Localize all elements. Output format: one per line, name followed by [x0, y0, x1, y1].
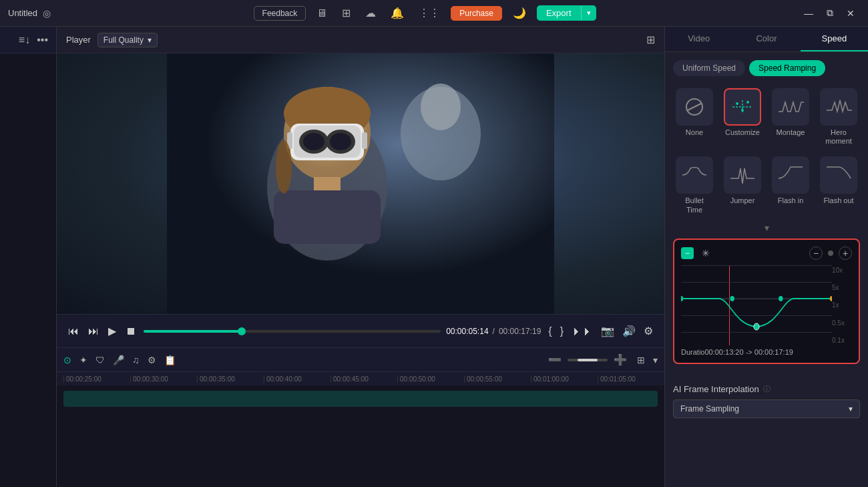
step-forward-button[interactable]: ⏭: [86, 325, 101, 337]
svg-rect-15: [274, 190, 381, 244]
zoom-in-button[interactable]: ➕: [612, 353, 629, 366]
preset-jumper-box: [724, 156, 761, 194]
layout-icon[interactable]: ⊞: [338, 5, 355, 21]
ai-info-icon[interactable]: ⓘ: [763, 384, 771, 394]
preset-flash-out[interactable]: Flash out: [817, 154, 860, 216]
ruler-mark: 00:01:00:00: [531, 375, 598, 383]
play-button[interactable]: ▶: [106, 325, 118, 337]
feedback-button[interactable]: Feedback: [254, 6, 306, 21]
tl-music-icon[interactable]: ♫: [132, 355, 140, 365]
speed-ramping-button[interactable]: Speed Ramping: [749, 60, 825, 76]
svg-point-2: [421, 84, 461, 130]
playback-controls: ⏮ ⏭ ▶ ⏹ 00:00:05:14 / 00:00:17:19: [57, 314, 664, 347]
title-status-icon: ◎: [43, 8, 51, 19]
tl-snap-icon[interactable]: ✦: [79, 355, 87, 365]
preset-montage[interactable]: Montage: [769, 86, 812, 148]
export-button[interactable]: Export: [537, 5, 581, 21]
scale-1x: 1x: [832, 301, 852, 309]
preset-bullet-box: [676, 156, 713, 194]
ruler-mark: 00:01:05:00: [598, 375, 664, 383]
tab-video[interactable]: Video: [665, 27, 732, 51]
scale-0.5x: 0.5x: [832, 319, 852, 327]
jumper-icon: [729, 165, 756, 185]
settings-button[interactable]: ⚙: [642, 325, 655, 337]
ruler-mark: 00:00:40:00: [264, 375, 331, 383]
minimize-button[interactable]: —: [799, 6, 819, 20]
main-layout: ≡↓ ••• Player Full Quality ▾ ⊞: [0, 27, 868, 487]
ruler-mark: 00:00:30:00: [130, 375, 197, 383]
image-icon[interactable]: ⊞: [646, 33, 655, 46]
ai-select-dropdown[interactable]: Frame Sampling ▾: [673, 399, 860, 418]
preset-bullet-time[interactable]: Bullet Time: [673, 154, 716, 216]
bell-icon[interactable]: 🔔: [387, 5, 408, 21]
preset-montage-box: [772, 88, 809, 126]
playback-speed-button[interactable]: ⏵⏵: [570, 325, 595, 337]
preset-none[interactable]: None: [673, 86, 716, 148]
curve-zoom-dot: [828, 251, 833, 256]
tl-playhead-icon[interactable]: ⊙: [63, 355, 71, 365]
preset-hero-moment[interactable]: Hero moment: [817, 86, 860, 148]
tl-mic-icon[interactable]: 🎤: [113, 355, 124, 365]
preset-jumper[interactable]: Jumper: [721, 154, 764, 216]
speed-mode-tabs: Uniform Speed Speed Ramping: [673, 60, 860, 76]
svg-point-10: [303, 133, 324, 150]
mark-out-button[interactable]: }: [558, 325, 566, 337]
curve-snowflake-btn[interactable]: ✳: [699, 247, 712, 260]
total-time: 00:00:17:19: [499, 327, 541, 336]
purchase-button[interactable]: Purchase: [451, 6, 502, 21]
export-dropdown-button[interactable]: ▾: [581, 6, 596, 20]
preset-flash-in-label: Flash in: [778, 196, 804, 204]
ruler-mark: 00:00:25:00: [63, 375, 130, 383]
quality-arrow: ▾: [148, 35, 152, 45]
curve-minus-btn[interactable]: −: [681, 247, 694, 259]
apps-icon[interactable]: ⋮⋮: [415, 5, 444, 21]
curve-zoom-out-btn[interactable]: −: [809, 247, 823, 260]
close-button[interactable]: ✕: [841, 6, 860, 20]
expand-presets-button[interactable]: ▾: [673, 222, 860, 233]
stop-button[interactable]: ⏹: [124, 325, 138, 337]
preset-flash-out-box: [820, 156, 857, 194]
preset-flash-in[interactable]: Flash in: [769, 154, 812, 216]
mark-in-button[interactable]: {: [546, 325, 554, 337]
quality-value: Full Quality: [103, 35, 144, 45]
zoom-track[interactable]: [568, 359, 608, 361]
zoom-out-button[interactable]: ➖: [546, 353, 564, 366]
bullet-icon: [681, 165, 708, 185]
filter-icon[interactable]: ≡↓: [19, 34, 30, 46]
quality-select[interactable]: Full Quality ▾: [97, 33, 158, 47]
presets-grid: None Customize: [673, 86, 860, 217]
uniform-speed-button[interactable]: Uniform Speed: [673, 60, 745, 76]
customize-icon: [729, 97, 756, 117]
monitor-icon[interactable]: 🖥: [312, 6, 331, 21]
player-label: Player: [66, 35, 91, 45]
ai-section-label: AI Frame Interpolation ⓘ: [673, 384, 860, 394]
preset-jumper-label: Jumper: [730, 196, 755, 204]
step-back-button[interactable]: ⏮: [66, 325, 81, 337]
camera-button[interactable]: 📷: [599, 325, 616, 337]
more-options-icon[interactable]: •••: [37, 34, 48, 46]
tl-more-icon[interactable]: ▾: [653, 355, 658, 365]
video-preview: [57, 53, 664, 314]
svg-point-22: [741, 109, 744, 112]
tl-clip-icon[interactable]: 📋: [164, 355, 176, 365]
theme-toggle[interactable]: 🌙: [509, 5, 530, 21]
curve-zoom-in-btn[interactable]: +: [839, 247, 852, 260]
maximize-button[interactable]: ⧉: [821, 6, 839, 20]
tab-speed[interactable]: Speed: [801, 27, 868, 51]
preset-customize-box: [724, 88, 761, 126]
preset-bullet-label: Bullet Time: [685, 196, 704, 214]
preset-hero-label: Hero moment: [825, 128, 852, 146]
tl-shield-icon[interactable]: 🛡: [95, 355, 105, 365]
progress-thumb: [238, 327, 246, 335]
preset-customize[interactable]: Customize: [721, 86, 764, 148]
volume-button[interactable]: 🔊: [620, 325, 638, 337]
cloud-icon[interactable]: ☁: [361, 5, 380, 21]
tl-grid-icon[interactable]: ⊞: [637, 355, 645, 365]
progress-bar[interactable]: [144, 330, 441, 333]
ctrl-icons: { } ⏵⏵ 📷 🔊 ⚙: [546, 325, 655, 337]
tab-color[interactable]: Color: [732, 27, 800, 51]
none-icon: [681, 97, 708, 117]
curve-panel: − ✳ − +: [673, 238, 860, 364]
curve-labels: 10x 5x 1x 0.5x 0.1x: [832, 265, 852, 345]
tl-effect-icon[interactable]: ⚙: [148, 355, 156, 365]
